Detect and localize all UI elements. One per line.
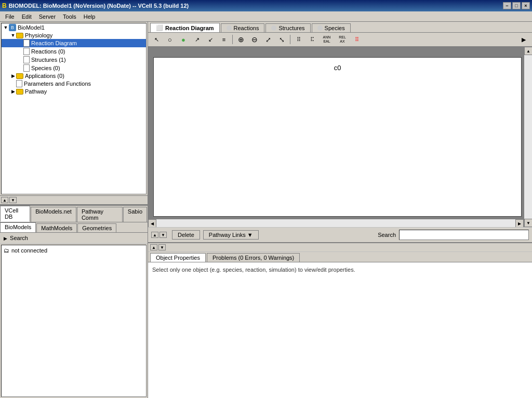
h-scrollbar[interactable]: ◀ ▶	[148, 219, 524, 227]
tool-relax[interactable]: RELAX	[335, 34, 350, 45]
tool-arrow1[interactable]: ↗	[191, 34, 203, 45]
expand-search[interactable]: ▶	[2, 236, 8, 241]
structures-tab-label: Structures	[278, 25, 304, 31]
tool-filled-circle[interactable]: ●	[177, 34, 190, 45]
v-scrollbar[interactable]: ▲ ▼	[524, 47, 532, 227]
folder-icon-applications	[16, 73, 23, 79]
tab-reactions[interactable]: Reactions	[221, 23, 265, 32]
prop-tab-strip: Object Properties Problems (0 Errors, 0 …	[148, 252, 532, 262]
scroll-track-v[interactable]	[524, 55, 532, 219]
tab-pathway-comm[interactable]: Pathway Comm	[77, 207, 123, 222]
tree-label-biomodel1: BioModel1	[18, 24, 45, 31]
expand-applications[interactable]: ▶	[10, 73, 16, 78]
tree-label-applications: Applications (0)	[25, 73, 64, 79]
app-icon: B	[2, 2, 7, 9]
scroll-left[interactable]: ◀	[148, 219, 156, 227]
menu-help[interactable]: Help	[81, 12, 99, 21]
bottom-action-bar: ▲ ▼ Delete Pathway Links ▼ Search	[148, 227, 532, 242]
tree-reaction-diagram[interactable]: Reaction Diagram	[2, 39, 146, 47]
menu-tools[interactable]: Tools	[60, 12, 79, 21]
tree-pathway[interactable]: ▶ Pathway	[2, 88, 146, 95]
tree-structures[interactable]: Structures (1)	[2, 56, 146, 64]
expand-structures	[17, 57, 23, 62]
tree-species[interactable]: Species (0)	[2, 64, 146, 72]
expand-species	[17, 65, 23, 71]
tool-pointer[interactable]: ↖	[150, 34, 163, 45]
not-connected-label: not connected	[11, 247, 47, 254]
tree-parameters[interactable]: Parameters and Functions	[2, 79, 146, 88]
expand-reactions	[17, 49, 23, 54]
tree-applications[interactable]: ▶ Applications (0)	[2, 72, 146, 79]
prop-collapse-up[interactable]: ▲	[150, 244, 157, 250]
doc-icon-reaction-diagram	[23, 39, 30, 47]
action-collapse-down[interactable]: ▼	[159, 232, 167, 238]
subtab-biomodels[interactable]: BioModels	[0, 222, 36, 232]
menu-file[interactable]: File	[2, 12, 18, 21]
search-label-text: Search	[10, 235, 28, 241]
minimize-button[interactable]: −	[503, 2, 511, 9]
tool-zoom-out[interactable]: ⊖	[248, 34, 261, 45]
tool-equals[interactable]: ≡	[218, 34, 230, 45]
prop-collapse-bar: ▲ ▼	[148, 243, 532, 252]
tree-reactions[interactable]: Reactions (0)	[2, 47, 146, 56]
bottom-left-panel: VCell DB BioModels.net Pathway Comm Sabi…	[0, 205, 148, 398]
diagram-toolbar: ↖ ○ ● ↗ ↙ ≡ ⊕ ⊖ ⤢ ⤡ ⠿ ⠯ ANNEAL RELAX ⠿ ▶	[148, 33, 532, 47]
tool-fit-page1[interactable]: ⤢	[262, 34, 274, 45]
scroll-right[interactable]: ▶	[515, 219, 524, 227]
tool-arrow2[interactable]: ↙	[204, 34, 217, 45]
tree-label-species: Species (0)	[31, 65, 60, 71]
right-panel: ⬜ Reaction Diagram Reactions Structures …	[148, 22, 532, 398]
sub-tab-strip: BioModels MathModels Geometries	[0, 222, 148, 233]
toolbar-sep1	[232, 35, 233, 44]
prop-collapse-down[interactable]: ▼	[158, 244, 166, 250]
collapse-up-btn[interactable]: ▲	[1, 197, 8, 203]
action-collapse-up[interactable]: ▲	[151, 232, 158, 238]
menu-server[interactable]: Server	[36, 12, 59, 21]
tab-reaction-diagram[interactable]: ⬜ Reaction Diagram	[150, 23, 220, 32]
tree-physiology[interactable]: ▼ Physiology	[2, 32, 146, 39]
prop-content-text: Select only one object (e.g. species, re…	[152, 267, 355, 273]
tab-sabio[interactable]: Sabio	[123, 207, 147, 222]
prop-tab-object[interactable]: Object Properties	[150, 253, 206, 262]
right-tab-strip: ⬜ Reaction Diagram Reactions Structures …	[148, 22, 532, 33]
tab-biomodels-net[interactable]: BioModels.net	[31, 207, 76, 222]
expand-parameters	[10, 81, 16, 86]
scroll-track-h[interactable]	[156, 219, 515, 227]
collapse-down-btn[interactable]: ▼	[9, 197, 17, 203]
title-bar-controls[interactable]: − □ ×	[503, 2, 530, 9]
tab-species[interactable]: Species	[312, 23, 351, 32]
tool-zoom-in[interactable]: ⊕	[235, 34, 247, 45]
subtab-geometries[interactable]: Geometries	[77, 223, 116, 232]
close-button[interactable]: ×	[522, 2, 530, 9]
models-list: 🗂 not connected	[1, 245, 147, 397]
tool-grid2[interactable]: ⠯	[306, 34, 318, 45]
search-input[interactable]	[399, 230, 529, 240]
scroll-down[interactable]: ▼	[524, 219, 532, 227]
expand-biomodel1[interactable]: ▼	[3, 25, 9, 30]
tab-vcell-db[interactable]: VCell DB	[0, 206, 30, 222]
reactions-tab-label: Reactions	[234, 25, 259, 31]
subtab-mathmodels[interactable]: MathModels	[36, 223, 77, 232]
expand-pathway[interactable]: ▶	[10, 89, 16, 94]
main-layout: ▼ B BioModel1 ▼ Physiology Reaction Diag…	[0, 22, 532, 398]
diagram-area: c0 ▲ ▼ ◀ ▶	[148, 47, 532, 227]
tool-circle[interactable]: ○	[164, 34, 176, 45]
tree-biomodel1[interactable]: ▼ B BioModel1	[2, 23, 146, 32]
tab-structures[interactable]: Structures	[265, 23, 310, 32]
prop-content: Select only one object (e.g. species, re…	[148, 262, 532, 398]
tool-fit-page2[interactable]: ⤡	[275, 34, 288, 45]
expand-physiology[interactable]: ▼	[10, 33, 16, 38]
action-bar-arrows: ▲ ▼	[151, 232, 167, 238]
tree-label-reaction-diagram: Reaction Diagram	[31, 40, 77, 46]
restore-button[interactable]: □	[512, 2, 521, 9]
tool-anneal[interactable]: ANNEAL	[320, 34, 334, 45]
scroll-up[interactable]: ▲	[524, 47, 532, 55]
pathway-links-button[interactable]: Pathway Links ▼	[203, 230, 259, 240]
delete-button[interactable]: Delete	[172, 230, 200, 240]
menu-edit[interactable]: Edit	[19, 12, 35, 21]
prop-tab-problems[interactable]: Problems (0 Errors, 0 Warnings)	[207, 253, 300, 262]
tool-dots[interactable]: ⠿	[351, 34, 363, 45]
reaction-diagram-tab-icon: ⬜	[156, 24, 163, 31]
tool-grid1[interactable]: ⠿	[292, 34, 305, 45]
tool-more[interactable]: ▶	[517, 34, 530, 45]
